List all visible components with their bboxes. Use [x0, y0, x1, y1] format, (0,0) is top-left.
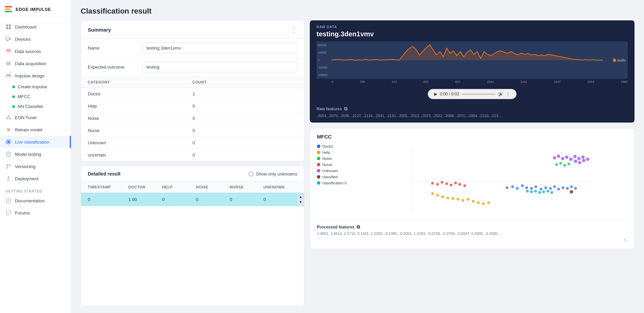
- sidebar-item-live-classification[interactable]: Live classification: [0, 136, 71, 148]
- sidebar-item-label-deployment: Deployment: [15, 176, 38, 181]
- svg-point-73: [581, 155, 585, 159]
- svg-rect-5: [9, 38, 11, 40]
- svg-point-68: [561, 157, 564, 160]
- sidebar-item-retrain-model[interactable]: Retrain model: [0, 124, 71, 136]
- scroll-controls: ▲ ▼: [297, 193, 304, 206]
- svg-marker-11: [6, 115, 11, 119]
- sidebar-sub-item-create-impulse[interactable]: Create impulse: [12, 82, 71, 92]
- count-cell: 0: [193, 104, 297, 109]
- result-table-row-0[interactable]: 0 1.00 0 0 0 0: [81, 193, 304, 206]
- y-label-0: 0: [318, 58, 327, 62]
- svg-point-37: [463, 184, 466, 187]
- sidebar-item-label-devices: Devices: [15, 37, 31, 42]
- sidebar-item-eon-tuner[interactable]: EON Tuner: [0, 111, 71, 124]
- sidebar-item-data-acquisition[interactable]: Data acquisition: [0, 57, 71, 70]
- create-impulse-dot: [12, 86, 15, 88]
- sidebar-item-documentation[interactable]: Documentation: [0, 195, 71, 207]
- svg-point-89: [570, 190, 573, 194]
- scroll-up-button[interactable]: ▲: [298, 194, 303, 200]
- legend-item-nurse: Nurse: [317, 163, 354, 167]
- right-panel: RAW DATA testing.3den1vmv 20000 10000 0 …: [310, 20, 635, 306]
- sidebar-sub-label-create-impulse: Create impulse: [18, 84, 47, 89]
- x-label-413: 413: [392, 80, 397, 84]
- detailed-result-title: Detailed result: [88, 171, 120, 177]
- page-header: Classification result: [71, 0, 644, 20]
- mfcc-scatter-plot: [360, 144, 627, 219]
- summary-menu-button[interactable]: ⋮: [290, 26, 297, 33]
- live-classification-icon: [5, 139, 12, 145]
- mfcc-scatter-svg: [360, 144, 627, 219]
- waveform-area: 20000 10000 0 -10000 -20000: [310, 41, 635, 86]
- name-input[interactable]: [142, 43, 297, 53]
- logo-bar-2: [5, 8, 10, 10]
- waveform-container: 20000 10000 0 -10000 -20000: [317, 41, 628, 79]
- sidebar-item-versioning[interactable]: Versioning: [0, 160, 71, 172]
- sidebar-item-forums[interactable]: Forums: [0, 207, 71, 219]
- svg-rect-4: [6, 37, 9, 40]
- summary-table-row: Noise0: [81, 112, 304, 125]
- legend-dot-noise: [317, 157, 320, 160]
- svg-point-79: [559, 162, 562, 165]
- audio-player-ctrl[interactable]: ▶ 0:00 / 0:02 🔊 ⋮: [428, 89, 517, 99]
- svg-rect-9: [6, 63, 11, 64]
- copy-processed-features-button[interactable]: ⧉: [357, 224, 360, 230]
- sidebar-sub-label-nn-classifier: NN Classifier: [18, 104, 43, 109]
- scroll-down-button[interactable]: ▼: [298, 200, 303, 205]
- sidebar-item-label-impulse-design: Impulse design: [15, 73, 44, 78]
- eon-tuner-icon: [5, 114, 12, 121]
- audio-time: 0:00 / 0:02: [440, 92, 459, 96]
- sidebar-sub-item-mfcc[interactable]: MFCC: [12, 92, 71, 102]
- x-label-1654: 1654: [587, 80, 594, 84]
- category-cell: Noise: [88, 116, 193, 121]
- raw-data-card: RAW DATA testing.3den1vmv 20000 10000 0 …: [310, 20, 635, 123]
- svg-point-67: [557, 154, 560, 158]
- svg-point-35: [454, 182, 457, 184]
- sidebar-item-data-sources[interactable]: Data sources: [0, 45, 71, 57]
- svg-rect-8: [6, 62, 11, 62]
- summary-card-title: Summary: [88, 27, 111, 33]
- legend-item-classification0: classification 0: [317, 181, 354, 185]
- svg-point-83: [530, 190, 533, 193]
- svg-point-72: [577, 157, 581, 160]
- sidebar-item-model-testing[interactable]: Model testing: [0, 148, 71, 160]
- svg-rect-1: [9, 24, 11, 26]
- svg-point-52: [516, 187, 519, 190]
- result-nurse: 0: [230, 197, 264, 202]
- show-unknowns-label[interactable]: Show only unknowns: [256, 171, 297, 177]
- audio-progress-bar[interactable]: [462, 94, 496, 95]
- svg-point-40: [441, 196, 444, 198]
- svg-point-41: [446, 197, 449, 199]
- raw-features-label: Raw features ⧉: [317, 106, 628, 112]
- waveform-x-axis: 0 206 413 620 827 1034 1241 1447 1654 18…: [317, 79, 628, 84]
- x-label-1447: 1447: [554, 80, 561, 84]
- copy-raw-features-button[interactable]: ⧉: [344, 106, 347, 112]
- sidebar-sub-item-nn-classifier[interactable]: NN Classifier: [12, 102, 71, 111]
- expand-button[interactable]: ⤡: [623, 238, 627, 243]
- svg-point-31: [436, 183, 439, 186]
- y-label-10000: 10000: [318, 51, 327, 54]
- detailed-result-card: Detailed result Show only unknowns TIMES…: [81, 166, 304, 306]
- svg-point-36: [458, 183, 461, 186]
- svg-point-85: [538, 191, 541, 194]
- sidebar-item-impulse-design[interactable]: Impulse design: [0, 70, 71, 82]
- sidebar-item-devices[interactable]: Devices: [0, 33, 71, 45]
- svg-point-45: [467, 198, 469, 201]
- x-label-1034: 1034: [487, 80, 494, 84]
- svg-point-59: [549, 187, 552, 190]
- sidebar-item-dashboard[interactable]: Dashboard: [0, 21, 71, 33]
- svg-point-38: [431, 192, 434, 195]
- expected-outcome-input[interactable]: [142, 62, 297, 72]
- show-unknowns-checkbox[interactable]: [249, 172, 253, 176]
- svg-point-50: [506, 186, 508, 189]
- svg-rect-10: [6, 65, 11, 65]
- svg-point-75: [578, 161, 581, 164]
- category-cell: Unknown: [88, 140, 193, 145]
- x-label-620: 620: [423, 80, 428, 84]
- sidebar-item-deployment[interactable]: Deployment: [0, 172, 71, 185]
- volume-icon: 🔊: [498, 92, 503, 96]
- expand-area: ⤡: [317, 236, 627, 243]
- svg-point-34: [450, 184, 452, 186]
- y-label-minus20000: -20000: [318, 73, 327, 77]
- svg-point-42: [451, 197, 454, 200]
- logo-text: EDGE IMPULSE: [16, 7, 51, 12]
